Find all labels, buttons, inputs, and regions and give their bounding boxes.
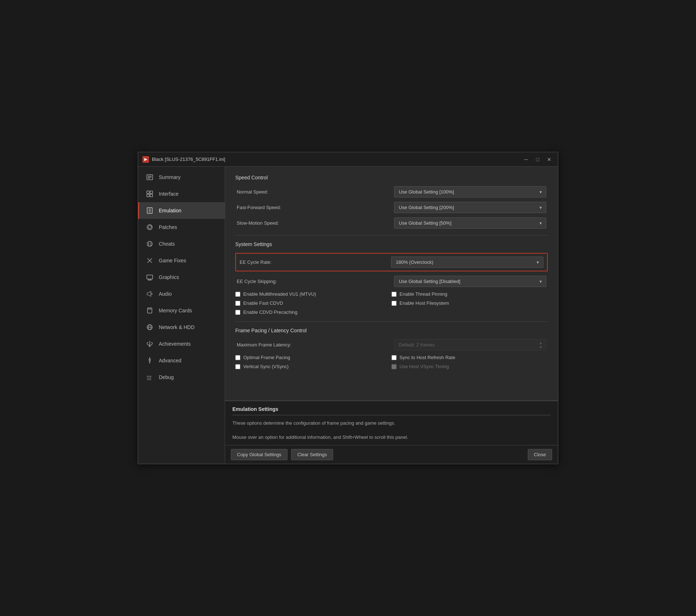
sidebar-item-network[interactable]: Network & HDD [138, 319, 225, 336]
ee-cycle-rate-row: EE Cycle Rate: 180% (Overclock) ▼ [235, 253, 548, 271]
svg-rect-6 [147, 194, 149, 197]
sync-host-refresh-label: Sync to Host Refresh Rate [399, 355, 455, 360]
optimal-frame-pacing-item: Optimal Frame Pacing [235, 355, 392, 360]
ee-cycle-rate-select[interactable]: 180% (Overclock) [391, 257, 543, 268]
sidebar-label-memorycards: Memory Cards [159, 308, 192, 313]
bottom-info: Emulation Settings These options determi… [225, 400, 558, 445]
titlebar-controls: ─ □ ✕ [522, 155, 554, 164]
bottom-info-line-2: Mouse over an option for additional info… [232, 434, 551, 441]
cheats-icon [146, 240, 154, 248]
app-icon: ▶ [142, 156, 149, 163]
mtvu-checkbox[interactable] [235, 292, 240, 297]
clear-settings-button[interactable]: Clear Settings [291, 449, 333, 460]
ee-cycle-skipping-label: EE Cycle Skipping: [237, 279, 277, 284]
sidebar-label-gamefixes: Game Fixes [159, 258, 186, 263]
footer-left: Copy Global Settings Clear Settings [231, 449, 333, 460]
sidebar-label-debug: Debug [159, 374, 174, 380]
audio-icon [146, 290, 154, 298]
optimal-frame-pacing-label: Optimal Frame Pacing [243, 355, 290, 360]
host-filesystem-checkbox[interactable] [392, 301, 397, 306]
ee-cycle-rate-select-wrapper: 180% (Overclock) ▼ [391, 257, 543, 268]
cdvd-precaching-label: Enable CDVD Precaching [243, 309, 298, 315]
system-checkboxes: Enable Multithreaded VU1 (MTVU) Enable T… [235, 291, 548, 315]
bottom-info-divider [232, 415, 551, 415]
ee-cycle-skipping-select[interactable]: Use Global Setting [Disabled] [394, 276, 546, 287]
copy-global-settings-button[interactable]: Copy Global Settings [231, 449, 287, 460]
thread-pinning-label: Enable Thread Pinning [399, 291, 447, 297]
main-layout: Summary Interface [138, 167, 558, 464]
ee-cycle-skipping-row: EE Cycle Skipping: Use Global Setting [D… [235, 276, 548, 287]
frame-pacing-title: Frame Pacing / Latency Control [235, 328, 548, 333]
network-icon [146, 323, 154, 331]
svg-rect-23 [148, 308, 152, 313]
max-frame-latency-row: Maximum Frame Latency: Default: 2 frames… [235, 339, 548, 350]
sidebar-label-cheats: Cheats [159, 241, 175, 247]
sidebar-item-audio[interactable]: Audio [138, 286, 225, 302]
mtvu-label: Enable Multithreaded VU1 (MTVU) [243, 291, 316, 297]
sync-host-refresh-checkbox[interactable] [392, 355, 397, 360]
sidebar-label-graphics: Graphics [159, 274, 179, 280]
sidebar-item-graphics[interactable]: Graphics [138, 269, 225, 286]
thread-pinning-checkbox[interactable] [392, 292, 397, 297]
slow-motion-select-wrapper: Use Global Setting [50%] ▼ [394, 217, 546, 229]
sidebar-label-patches: Patches [159, 224, 177, 230]
emulation-icon [146, 207, 154, 215]
memorycards-icon [146, 307, 154, 315]
normal-speed-label: Normal Speed: [237, 189, 268, 195]
host-vsync-timing-label: Use Host VSync Timing [399, 364, 449, 369]
svg-rect-7 [150, 194, 153, 197]
cdvd-precaching-checkbox[interactable] [235, 310, 240, 315]
sidebar-item-interface[interactable]: Interface [138, 186, 225, 202]
sidebar-item-debug[interactable]: 010 101 Debug [138, 369, 225, 386]
ee-cycle-rate-label: EE Cycle Rate: [240, 259, 272, 265]
svg-rect-24 [149, 308, 151, 309]
svg-rect-18 [147, 275, 153, 279]
sidebar-item-patches[interactable]: Patches [138, 219, 225, 236]
sidebar-label-network: Network & HDD [159, 324, 195, 330]
svg-point-17 [150, 245, 152, 246]
sidebar-item-advanced[interactable]: Advanced [138, 352, 225, 369]
sidebar-item-memorycards[interactable]: Memory Cards [138, 302, 225, 319]
fast-cdvd-item: Enable Fast CDVD [235, 300, 392, 306]
optimal-frame-pacing-checkbox[interactable] [235, 355, 240, 360]
normal-speed-select-wrapper: Use Global Setting [100%] ▼ [394, 186, 546, 197]
separator-2 [235, 321, 548, 322]
vsync-checkbox[interactable] [235, 364, 240, 369]
achievements-icon [146, 340, 154, 348]
sidebar-item-gamefixes[interactable]: Game Fixes [138, 252, 225, 269]
svg-point-14 [148, 243, 149, 244]
host-vsync-timing-item: Use Host VSync Timing [392, 364, 548, 369]
minimize-button[interactable]: ─ [522, 155, 530, 164]
max-frame-latency-display: Default: 2 frames [394, 339, 546, 350]
fast-cdvd-checkbox[interactable] [235, 301, 240, 306]
speed-control-title: Speed Control [235, 175, 548, 180]
bottom-info-title: Emulation Settings [232, 406, 551, 412]
sidebar-label-interface: Interface [159, 191, 178, 197]
svg-rect-4 [147, 191, 149, 193]
svg-point-16 [148, 245, 149, 246]
frame-pacing-checkboxes: Optimal Frame Pacing Sync to Host Refres… [235, 355, 548, 369]
sidebar-item-cheats[interactable]: Cheats [138, 236, 225, 252]
window-title: Black [SLUS-21376_5C891FF1.ini] [152, 157, 225, 162]
maximize-button[interactable]: □ [533, 155, 542, 164]
titlebar-close-button[interactable]: ✕ [545, 155, 554, 164]
thread-pinning-item: Enable Thread Pinning [392, 291, 548, 297]
slow-motion-select[interactable]: Use Global Setting [50%] [394, 217, 546, 229]
titlebar: ▶ Black [SLUS-21376_5C891FF1.ini] ─ □ ✕ [138, 152, 558, 167]
normal-speed-select[interactable]: Use Global Setting [100%] [394, 186, 546, 197]
svg-rect-5 [150, 191, 153, 193]
sidebar-item-achievements[interactable]: Achievements [138, 336, 225, 352]
cdvd-precaching-item: Enable CDVD Precaching [235, 309, 392, 315]
host-filesystem-item: Enable Host Filesystem [392, 300, 548, 306]
close-button[interactable]: Close [528, 449, 552, 460]
ee-cycle-skipping-select-wrapper: Use Global Setting [Disabled] ▼ [394, 276, 546, 287]
summary-icon [146, 173, 154, 181]
svg-point-15 [150, 243, 152, 244]
fast-forward-select[interactable]: Use Global Setting [200%] [394, 202, 546, 213]
max-frame-latency-wrapper: Default: 2 frames ▲▼ [394, 339, 546, 350]
sidebar-item-summary[interactable]: Summary [138, 169, 225, 186]
sidebar-label-emulation: Emulation [159, 208, 181, 213]
graphics-icon [146, 273, 154, 281]
sidebar-label-summary: Summary [159, 174, 181, 180]
sidebar-item-emulation[interactable]: Emulation [138, 202, 225, 219]
